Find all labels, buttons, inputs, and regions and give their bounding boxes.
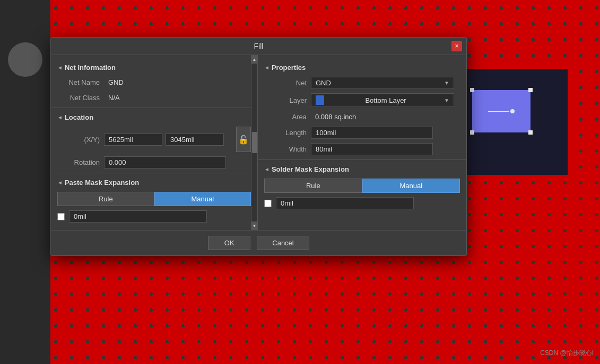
paste-mask-manual-button[interactable]: Manual	[154, 192, 251, 206]
width-label: Width	[264, 145, 307, 153]
right-panel: ◄ Properties Net GND ▼ Layer Bottom Laye…	[258, 55, 466, 230]
layer-color-bar	[316, 95, 324, 105]
watermark: CSDN @怡步晓心I	[540, 349, 594, 358]
length-input[interactable]	[311, 127, 433, 139]
net-information-section: ◄ Net Information	[51, 60, 257, 75]
divider-1	[51, 108, 257, 108]
layer-dropdown-arrow: ▼	[444, 97, 449, 103]
y-input[interactable]	[166, 134, 224, 146]
scroll-thumb[interactable]	[252, 132, 257, 153]
dialog-body: ◄ Net Information Net Name GND Net Class…	[51, 55, 466, 230]
rotation-input[interactable]	[104, 156, 226, 168]
solder-mask-section: ◄ Solder Mask Expansion	[258, 162, 466, 176]
fill-element	[472, 90, 541, 143]
xy-row: (X/Y) 🔓	[51, 125, 257, 154]
net-name-value: GND	[104, 77, 128, 88]
solder-mask-checkbox[interactable]	[264, 200, 272, 207]
net-dropdown-arrow: ▼	[444, 80, 449, 86]
paste-mask-label: Paste Mask Expansion	[65, 179, 139, 187]
left-panel: ◄ Net Information Net Name GND Net Class…	[51, 55, 258, 230]
net-name-label: Net Name	[57, 78, 100, 86]
location-label: Location	[65, 113, 93, 121]
net-dropdown-row: Net GND ▼	[258, 75, 466, 91]
solder-mask-checkbox-row	[258, 195, 466, 211]
width-row: Width	[258, 141, 466, 157]
net-dropdown[interactable]: GND ▼	[311, 77, 454, 89]
fill-dialog: Fill × ◄ Net Information Net Name GND Ne…	[50, 37, 467, 256]
net-dropdown-label: Net	[264, 79, 307, 87]
handle-bl	[470, 130, 474, 135]
properties-section: ◄ Properties	[258, 60, 466, 75]
location-section: ◄ Location	[51, 110, 257, 125]
solder-mask-manual-button[interactable]: Manual	[362, 179, 460, 193]
properties-arrow: ◄	[264, 65, 269, 70]
length-row: Length	[258, 125, 466, 141]
divider-2	[51, 173, 257, 173]
layer-dropdown[interactable]: Bottom Layer ▼	[311, 93, 454, 107]
location-arrow: ◄	[57, 114, 63, 120]
cancel-button[interactable]: Cancel	[257, 236, 309, 250]
net-class-label: Net Class	[57, 94, 100, 102]
dialog-title: Fill	[254, 42, 264, 50]
dialog-footer: OK Cancel	[51, 230, 466, 255]
paste-mask-buttons: Rule Manual	[57, 192, 251, 206]
ok-button[interactable]: OK	[208, 236, 250, 250]
avatar	[8, 42, 42, 77]
paste-mask-section: ◄ Paste Mask Expansion	[51, 175, 257, 190]
scroll-down-button[interactable]: ▼	[251, 221, 258, 230]
layer-dropdown-label: Layer	[264, 96, 307, 104]
left-scrollbar[interactable]: ▲ ▼	[251, 55, 257, 230]
area-label: Area	[264, 113, 307, 121]
width-input[interactable]	[311, 143, 433, 155]
length-label: Length	[264, 129, 307, 137]
xy-inputs	[104, 134, 230, 146]
pcb-canvas	[462, 69, 568, 175]
scroll-up-button[interactable]: ▲	[251, 55, 258, 64]
solder-mask-arrow: ◄	[264, 166, 269, 172]
lock-icon[interactable]: 🔓	[236, 127, 251, 152]
solder-mask-label: Solder Mask Expansion	[272, 165, 349, 173]
handle-br	[528, 130, 533, 135]
rotation-row: Rotation	[51, 154, 257, 171]
solder-mask-rule-button[interactable]: Rule	[264, 179, 362, 193]
handle-tl	[470, 88, 474, 92]
dialog-titlebar: Fill ×	[51, 38, 466, 55]
paste-mask-checkbox[interactable]	[57, 213, 65, 220]
net-information-label: Net Information	[65, 64, 116, 72]
connector-line	[488, 111, 509, 112]
paste-mask-value-input[interactable]	[69, 210, 207, 223]
xy-label: (X/Y)	[57, 136, 100, 144]
paste-mask-checkbox-row	[51, 208, 257, 225]
net-info-arrow: ◄	[57, 65, 63, 70]
connector-dot	[510, 109, 515, 113]
solder-mask-value-input[interactable]	[276, 197, 414, 209]
net-dropdown-value: GND	[316, 79, 331, 87]
area-row: Area 0.008 sq.inch	[258, 109, 466, 125]
layer-dropdown-value: Bottom Layer	[365, 96, 406, 104]
solder-mask-buttons: Rule Manual	[264, 179, 460, 193]
net-class-value: N/A	[104, 92, 124, 103]
rotation-label: Rotation	[57, 158, 100, 166]
divider-3	[258, 159, 466, 160]
center-connector	[488, 109, 515, 113]
paste-mask-rule-button[interactable]: Rule	[57, 192, 154, 206]
sidebar	[0, 0, 50, 364]
layer-dropdown-row: Layer Bottom Layer ▼	[258, 91, 466, 109]
paste-mask-arrow: ◄	[57, 180, 63, 185]
x-input[interactable]	[104, 134, 162, 146]
net-name-row: Net Name GND	[51, 75, 257, 90]
area-value: 0.008 sq.inch	[311, 111, 360, 122]
close-button[interactable]: ×	[451, 41, 462, 51]
fill-rect	[472, 90, 531, 132]
net-class-row: Net Class N/A	[51, 90, 257, 105]
properties-label: Properties	[272, 64, 306, 72]
handle-tr	[528, 88, 533, 92]
